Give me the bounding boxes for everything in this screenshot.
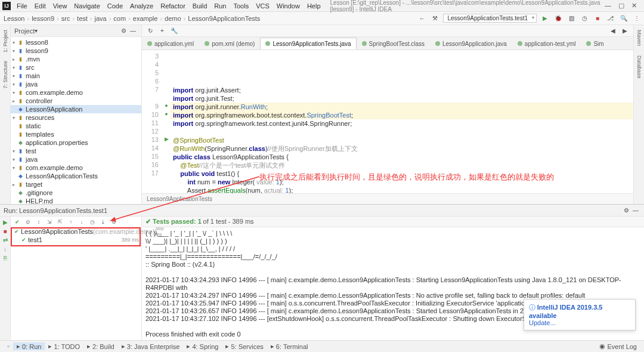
crumb[interactable]: Lesson9ApplicationTests	[187, 15, 261, 22]
test-row[interactable]: ✔Lesson9ApplicationTests (com.example.de…	[11, 227, 141, 236]
maven-tool-button[interactable]: Maven	[636, 27, 642, 48]
run-icon[interactable]: ▶	[540, 14, 550, 23]
show-failed-icon[interactable]: ⊘	[24, 218, 32, 226]
tree-node[interactable]: ▸▮controller	[11, 97, 141, 105]
tree-node[interactable]: ▸▮.mvn	[11, 55, 141, 63]
gear-icon[interactable]: ⚙	[119, 26, 128, 36]
minimize-icon[interactable]: —	[605, 2, 611, 10]
editor-breadcrumb[interactable]: Lesson9ApplicationTests	[142, 193, 633, 204]
menu-analyze[interactable]: Analyze	[126, 2, 157, 10]
crumb[interactable]: Lesson	[2, 15, 26, 22]
tool-window-todo[interactable]: ▸1: TODO	[45, 342, 83, 350]
editor-tab[interactable]: Sim	[581, 38, 609, 50]
menu-code[interactable]: Code	[104, 2, 126, 10]
event-log-button[interactable]: ◉ Event Log	[596, 342, 640, 350]
update-notification[interactable]: ⓘ IntelliJ IDEA 2019.3.5 available Updat…	[524, 299, 636, 331]
editor-tab[interactable]: pom.xml (demo)	[199, 38, 260, 50]
tree-node[interactable]: ▾▮com.example.demo	[11, 88, 141, 97]
tool-window-spring[interactable]: ▸4: Spring	[183, 342, 222, 350]
menu-window[interactable]: Window	[273, 2, 304, 10]
tree-node[interactable]: ◆.gitignore	[11, 189, 141, 197]
run-config-combo[interactable]: Lesson9ApplicationTests.test1	[443, 14, 537, 23]
tree-node[interactable]: ▾▮test	[11, 147, 141, 155]
hammer-icon[interactable]: ⚒	[430, 14, 439, 23]
menu-file[interactable]: File	[13, 2, 31, 10]
editor-tab[interactable]: application-test.yml	[512, 38, 581, 50]
nav-left-icon[interactable]: ◀	[608, 26, 618, 36]
expand-icon[interactable]: ⇲	[45, 218, 54, 226]
tree-node[interactable]: ▾▮java	[11, 155, 141, 163]
crumb[interactable]: com	[112, 15, 127, 22]
search-icon[interactable]: 🔍	[619, 14, 628, 23]
tool-window-terminal[interactable]: ▸6: Terminal	[267, 342, 312, 350]
tree-node[interactable]: ▾▮com.example.demo	[11, 163, 141, 172]
git-icon[interactable]: ⎇	[606, 14, 615, 23]
database-tool-button[interactable]: Database	[636, 53, 642, 81]
tree-node[interactable]: ▮templates	[11, 130, 141, 138]
tool-window-java-enterprise[interactable]: ▸3: Java Enterprise	[118, 342, 184, 350]
menu-view[interactable]: View	[49, 2, 71, 10]
tree-node[interactable]: ▸▮target	[11, 180, 141, 189]
nav-right-icon[interactable]: ▶	[620, 26, 630, 36]
crumb[interactable]: example	[132, 15, 159, 22]
maximize-icon[interactable]: ▢	[618, 2, 624, 10]
export-icon[interactable]: ⤓	[99, 218, 107, 226]
menu-edit[interactable]: Edit	[31, 2, 49, 10]
tree-node[interactable]: ▾▮src	[11, 63, 141, 72]
tree-node[interactable]: ◆Lesson9ApplicationTests	[11, 172, 141, 180]
menu-vcs[interactable]: VCS	[252, 2, 273, 10]
hide-icon[interactable]: —	[631, 206, 640, 215]
prev-icon[interactable]: ↑	[67, 218, 75, 226]
menu-refactor[interactable]: Refactor	[157, 2, 189, 10]
crumb[interactable]: java	[94, 15, 108, 22]
show-passed-icon[interactable]: ✔	[13, 218, 21, 226]
tree-node[interactable]: ▾▮main	[11, 72, 141, 80]
sort-icon[interactable]: ↕	[35, 218, 43, 226]
marker-gutter[interactable]: ●●▶	[162, 50, 171, 193]
tree-node[interactable]: ◆Lesson9Application	[11, 105, 141, 113]
menu-navigate[interactable]: Navigate	[70, 2, 103, 10]
plus-icon[interactable]: +	[157, 26, 167, 36]
down-icon[interactable]: ↓	[4, 246, 7, 252]
rerun-icon[interactable]: ▶	[3, 219, 8, 226]
update-link[interactable]: Update...	[529, 319, 556, 326]
crumb[interactable]: src	[60, 15, 72, 22]
project-tool-button[interactable]: 1: Project	[2, 27, 8, 55]
test-row[interactable]: ✔test1389 ms	[11, 236, 141, 244]
tree-node[interactable]: ◆HELP.md	[11, 197, 141, 204]
tree-node[interactable]: ▾▮lesson8	[11, 38, 141, 47]
stop-icon[interactable]: ■	[593, 14, 602, 23]
coverage-icon[interactable]: ▧	[566, 14, 576, 23]
tree-node[interactable]: ▾▮lesson9	[11, 47, 141, 55]
tree-node[interactable]: ▮static	[11, 122, 141, 130]
editor-tab[interactable]: application.yml	[142, 38, 199, 50]
code-area[interactable]: import org.junit.Assert;import org.junit…	[171, 50, 633, 193]
more-icon[interactable]: ⋮	[632, 14, 642, 23]
stop-run-icon[interactable]: ■	[3, 228, 7, 234]
toggle-icon[interactable]: ⇄	[3, 237, 8, 243]
tree-node[interactable]: ▾▮java	[11, 80, 141, 88]
structure-tool-button[interactable]: 7: Structure	[2, 58, 8, 91]
next-icon[interactable]: ↓	[78, 218, 86, 226]
crumb[interactable]: lesson9	[30, 15, 55, 22]
settings-icon[interactable]: ⚙	[110, 218, 118, 226]
menu-build[interactable]: Build	[189, 2, 210, 10]
menu-tools[interactable]: Tools	[230, 2, 252, 10]
gear-icon[interactable]: ⚙	[621, 206, 631, 215]
tool-window-build[interactable]: ▸2: Build	[83, 342, 118, 350]
crumb[interactable]: test	[76, 15, 89, 22]
close-icon[interactable]: ✕	[631, 2, 637, 10]
tool-window-services[interactable]: ▸5: Services	[222, 342, 267, 350]
profile-icon[interactable]: ◷	[580, 14, 589, 23]
editor-tab[interactable]: Lesson9Application.java	[430, 38, 512, 50]
collapse-all-icon[interactable]: ⇱	[56, 218, 64, 226]
back-icon[interactable]: ←	[417, 14, 426, 23]
wrench-icon[interactable]: 🔧	[169, 26, 179, 36]
history-icon[interactable]: ◷	[88, 218, 97, 226]
sync-icon[interactable]: ↻	[145, 26, 155, 36]
debug-icon[interactable]: 🐞	[553, 14, 563, 23]
editor-tab[interactable]: Lesson9ApplicationTests.java	[260, 38, 356, 50]
project-tree[interactable]: ▾▮lesson8▾▮lesson9▸▮.mvn▾▮src▾▮main▾▮jav…	[11, 37, 141, 204]
crumb[interactable]: demo	[163, 15, 182, 22]
tool-window-run[interactable]: ▸0: Run	[13, 342, 45, 350]
